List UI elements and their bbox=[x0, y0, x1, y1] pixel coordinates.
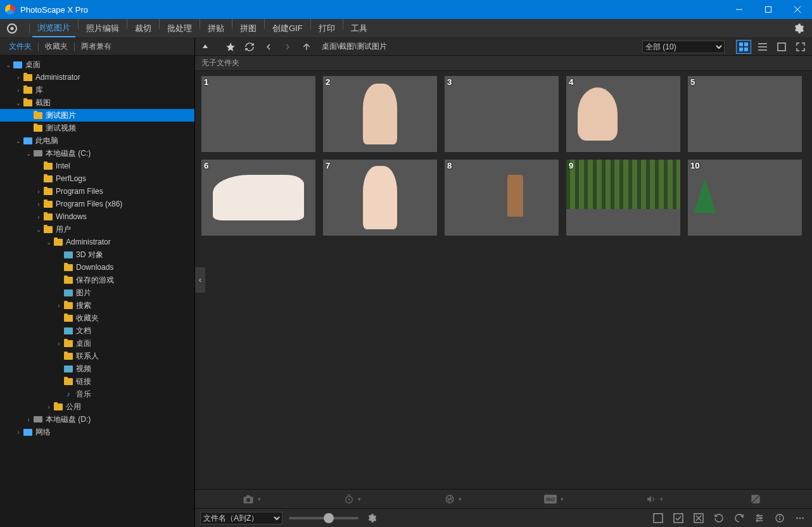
tree-item[interactable]: Intel bbox=[0, 160, 194, 172]
expand-arrow-icon[interactable]: › bbox=[34, 188, 43, 195]
tree-item[interactable]: 保存的游戏 bbox=[0, 274, 194, 286]
expand-arrow-icon[interactable]: › bbox=[54, 340, 63, 347]
view-grid-button[interactable] bbox=[736, 40, 751, 54]
iso-tool[interactable]: ISO▾ bbox=[504, 490, 604, 508]
thumbnail[interactable]: 3 bbox=[445, 76, 559, 152]
refresh-button[interactable] bbox=[242, 41, 257, 53]
view-single-button[interactable] bbox=[774, 40, 789, 54]
expand-arrow-icon[interactable]: › bbox=[24, 416, 33, 423]
back-button[interactable] bbox=[261, 41, 276, 53]
thumbnail[interactable]: 1 bbox=[201, 76, 315, 152]
tree-item[interactable]: ›公用 bbox=[0, 400, 194, 413]
folder-tree[interactable]: ⌄桌面›Administrator›库⌄截图测试图片测试视频⌄此电脑⌄本地磁盘 … bbox=[0, 56, 194, 527]
thumbnail[interactable]: 8 bbox=[445, 160, 559, 236]
expand-arrow-icon[interactable]: › bbox=[14, 74, 23, 81]
tree-item[interactable]: ⌄用户 bbox=[0, 223, 194, 236]
expand-arrow-icon[interactable]: › bbox=[14, 87, 23, 94]
select-none-icon[interactable] bbox=[651, 511, 665, 525]
thumbnail[interactable]: 9 bbox=[566, 160, 680, 236]
tree-item[interactable]: ›本地磁盘 (D:) bbox=[0, 413, 194, 426]
sidebar-tab-1[interactable]: 收藏夹 bbox=[39, 38, 74, 55]
up-toggle-button[interactable] bbox=[199, 42, 212, 52]
expand-arrow-icon[interactable]: ⌄ bbox=[14, 137, 23, 144]
expand-arrow-icon[interactable]: ⌄ bbox=[14, 99, 23, 106]
tree-item[interactable]: 3D 对象 bbox=[0, 248, 194, 261]
tree-item[interactable]: 文档 bbox=[0, 324, 194, 337]
tree-item[interactable]: ›Program Files bbox=[0, 185, 194, 198]
menu-item-4[interactable]: 拼贴 bbox=[203, 19, 229, 37]
sort-select[interactable]: 文件名（A到Z） bbox=[200, 512, 282, 524]
thumbnail[interactable]: 5 bbox=[688, 76, 802, 152]
menu-item-2[interactable]: 裁切 bbox=[130, 19, 156, 37]
tree-item[interactable]: ›库 bbox=[0, 84, 194, 96]
breadcrumb[interactable]: 桌面\截图\测试图片 bbox=[322, 41, 387, 52]
exposure-tool[interactable] bbox=[705, 490, 806, 508]
tree-item[interactable]: 测试视频 bbox=[0, 122, 194, 134]
expand-arrow-icon[interactable]: › bbox=[14, 429, 23, 436]
tree-item[interactable]: 测试图片 bbox=[0, 109, 194, 122]
settings-button[interactable] bbox=[790, 23, 807, 34]
thumbnail[interactable]: 4 bbox=[566, 76, 680, 152]
rotate-right-icon[interactable] bbox=[732, 511, 746, 525]
tree-item[interactable]: ⌄桌面 bbox=[0, 58, 194, 71]
tree-item[interactable]: ›网络 bbox=[0, 426, 194, 438]
aperture-tool[interactable]: ▾ bbox=[403, 490, 504, 508]
expand-arrow-icon[interactable]: ⌄ bbox=[44, 239, 53, 246]
delete-icon[interactable] bbox=[692, 511, 706, 525]
menu-item-3[interactable]: 批处理 bbox=[162, 19, 197, 37]
tree-item[interactable]: ⌄Administrator bbox=[0, 236, 194, 248]
up-folder-button[interactable] bbox=[299, 41, 314, 53]
menu-item-6[interactable]: 创建GIF bbox=[267, 19, 308, 37]
collapse-sidebar-handle[interactable]: ‹ bbox=[195, 267, 205, 293]
expand-arrow-icon[interactable]: › bbox=[34, 213, 43, 220]
favorite-button[interactable] bbox=[223, 41, 238, 53]
expand-arrow-icon[interactable]: ⌄ bbox=[24, 150, 33, 157]
tree-item[interactable]: ⌄本地磁盘 (C:) bbox=[0, 147, 194, 160]
tree-item[interactable]: 收藏夹 bbox=[0, 312, 194, 324]
minimize-button[interactable] bbox=[725, 0, 754, 19]
tree-item[interactable]: 视频 bbox=[0, 362, 194, 375]
tree-item[interactable]: ♪音乐 bbox=[0, 388, 194, 400]
tree-item[interactable]: 链接 bbox=[0, 375, 194, 388]
tree-item[interactable]: 图片 bbox=[0, 286, 194, 299]
select-all-icon[interactable] bbox=[671, 511, 685, 525]
tree-item[interactable]: ›Program Files (x86) bbox=[0, 198, 194, 210]
thumbnail[interactable]: 2 bbox=[323, 76, 437, 152]
tree-item[interactable]: ›Windows bbox=[0, 210, 194, 223]
tree-item[interactable]: ⌄此电脑 bbox=[0, 134, 194, 147]
thumbnail[interactable]: 10 bbox=[688, 160, 802, 236]
sidebar-tab-2[interactable]: 两者兼有 bbox=[75, 38, 118, 55]
timer-tool[interactable]: ▾ bbox=[302, 490, 403, 508]
expand-arrow-icon[interactable]: › bbox=[44, 403, 53, 410]
expand-arrow-icon[interactable]: › bbox=[34, 201, 43, 208]
thumbnail[interactable]: 7 bbox=[323, 160, 437, 236]
tree-item[interactable]: ›桌面 bbox=[0, 337, 194, 350]
filter-select[interactable]: 全部 (10) bbox=[642, 41, 725, 53]
camera-tool[interactable]: ▾ bbox=[201, 490, 302, 508]
view-list-button[interactable] bbox=[755, 40, 770, 54]
adjust-icon[interactable] bbox=[752, 511, 766, 525]
expand-arrow-icon[interactable]: › bbox=[54, 302, 63, 309]
slider-settings-button[interactable] bbox=[365, 511, 379, 525]
audio-tool[interactable]: ▾ bbox=[604, 490, 705, 508]
menu-item-5[interactable]: 拼图 bbox=[235, 19, 262, 37]
tree-item[interactable]: ›搜索 bbox=[0, 299, 194, 312]
info-icon[interactable] bbox=[773, 511, 787, 525]
rotate-left-icon[interactable] bbox=[712, 511, 726, 525]
expand-arrow-icon[interactable]: ⌄ bbox=[34, 226, 43, 233]
menu-item-0[interactable]: 浏览图片 bbox=[32, 19, 75, 37]
menu-item-7[interactable]: 打印 bbox=[314, 19, 340, 37]
close-button[interactable] bbox=[783, 0, 812, 19]
sidebar-tab-0[interactable]: 文件夹 bbox=[3, 38, 38, 55]
app-home-icon[interactable] bbox=[5, 22, 19, 35]
menu-item-8[interactable]: 工具 bbox=[346, 19, 372, 37]
thumbnail-area[interactable]: 12345678910 ‹ bbox=[195, 71, 812, 489]
expand-arrow-icon[interactable]: ⌄ bbox=[4, 61, 13, 68]
tree-item[interactable]: ›Administrator bbox=[0, 71, 194, 84]
tree-item[interactable]: PerfLogs bbox=[0, 172, 194, 185]
forward-button[interactable] bbox=[280, 41, 295, 53]
tree-item[interactable]: 联系人 bbox=[0, 350, 194, 362]
more-icon[interactable] bbox=[793, 511, 807, 525]
zoom-slider[interactable] bbox=[289, 517, 358, 519]
menu-item-1[interactable]: 照片编辑 bbox=[81, 19, 124, 37]
